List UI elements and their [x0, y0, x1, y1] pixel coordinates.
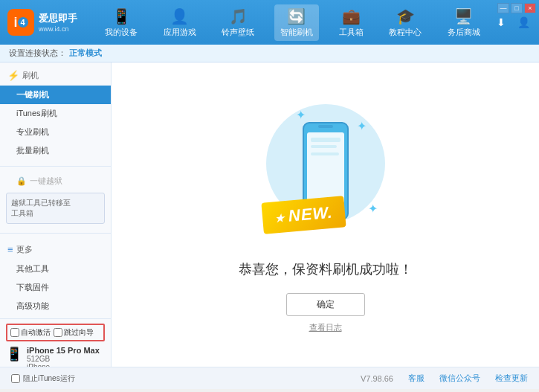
auto-activate-label[interactable]: 自动激活 [10, 327, 51, 338]
device-storage: 512GB [27, 355, 100, 363]
nav-ringtone[interactable]: 🎵 铃声壁纸 [216, 4, 260, 41]
close-button[interactable]: × [524, 3, 536, 13]
sidebar-jailbreak-label: 一键越狱 [30, 176, 62, 187]
download-button[interactable]: ⬇ [493, 14, 509, 30]
sidebar-item-batch[interactable]: 批量刷机 [0, 141, 111, 160]
flash-section-icon: ⚡ [7, 70, 19, 81]
nav-app-games-label: 应用游戏 [164, 27, 196, 38]
footer-wechat[interactable]: 微信公众号 [439, 373, 480, 384]
nav-my-device[interactable]: 📱 我的设备 [99, 4, 143, 41]
device-type: iPhone [27, 363, 100, 367]
phone-icon: 📱 [112, 7, 131, 25]
logo-name: 爱思即手 [39, 12, 77, 25]
guide-export-text: 跳过向导 [64, 327, 94, 338]
toolbox-icon: 💼 [342, 7, 361, 25]
store-icon: 🖥️ [454, 7, 473, 25]
success-text: 恭喜您，保资料刷机成功啦！ [239, 260, 413, 278]
main-layout: ⚡ 刷机 一键刷机 iTunes刷机 专业刷机 批量刷机 🔒 一键越狱 越狱工具… [0, 62, 539, 367]
new-badge: NEW. [261, 196, 346, 234]
sparkle-icon-2: ✦ [357, 119, 367, 133]
flash-icon: 🔄 [287, 7, 306, 25]
sidebar-notice-text: 越狱工具已转移至工具箱 [11, 199, 71, 217]
sidebar-item-other-tools[interactable]: 其他工具 [0, 260, 111, 278]
footer-customer-service[interactable]: 客服 [408, 373, 425, 384]
header: i4 爱思即手 www.i4.cn 📱 我的设备 👤 应用游戏 🎵 铃声壁纸 🔄… [0, 0, 539, 45]
minimize-button[interactable]: — [497, 3, 509, 13]
lock-icon: 🔒 [16, 176, 27, 186]
guide-export-label[interactable]: 跳过向导 [54, 327, 94, 338]
svg-rect-2 [318, 125, 333, 128]
sidebar-flash-header: ⚡ 刷机 [0, 65, 111, 86]
phone-container: ✦ ✦ ✦ NEW. [259, 97, 393, 245]
window-controls: — □ × [497, 3, 536, 13]
nav-store-label: 务后商城 [448, 27, 480, 38]
itunes-check: 阻止iTunes运行 [11, 373, 75, 384]
nav-app-games[interactable]: 👤 应用游戏 [158, 4, 202, 41]
nav-flash[interactable]: 🔄 智能刷机 [274, 4, 319, 41]
status-prefix: 设置连接状态： [9, 48, 66, 59]
more-section-icon: ≡ [7, 244, 13, 255]
device-name: iPhone 15 Pro Max [27, 346, 100, 355]
auto-activate-text: 自动激活 [21, 327, 51, 338]
sidebar-more-header: ≡ 更多 [0, 240, 111, 260]
footer-version: V7.98.66 [361, 374, 393, 383]
auto-controls: 自动激活 跳过向导 [6, 324, 105, 341]
nav-store[interactable]: 🖥️ 务后商城 [442, 4, 486, 41]
sidebar-item-onekey[interactable]: 一键刷机 [0, 86, 111, 104]
device-phone-icon: 📱 [6, 346, 22, 362]
sparkle-icon-3: ✦ [368, 202, 378, 216]
itunes-checkbox[interactable] [11, 374, 20, 383]
confirm-button[interactable]: 确定 [286, 293, 365, 316]
svg-rect-6 [311, 152, 339, 155]
user-button[interactable]: 👤 [515, 14, 532, 30]
itunes-label: 阻止iTunes运行 [23, 373, 75, 384]
footer: 阻止iTunes运行 V7.98.66 客服 微信公众号 检查更新 [0, 367, 539, 389]
nav-tools-label: 工具箱 [339, 27, 364, 38]
sidebar-disabled-jailbreak: 🔒 一键越狱 [0, 173, 111, 190]
sidebar-item-advanced[interactable]: 高级功能 [0, 297, 111, 315]
device-info: 📱 iPhone 15 Pro Max 512GB iPhone [6, 346, 105, 367]
nav-flash-label: 智能刷机 [280, 27, 313, 38]
svg-rect-1 [307, 132, 344, 203]
sidebar-item-itunes[interactable]: iTunes刷机 [0, 104, 111, 123]
sidebar-divider-2 [0, 233, 111, 234]
logo-text: 爱思即手 www.i4.cn [39, 12, 77, 33]
apps-icon: 👤 [170, 7, 189, 25]
sidebar-jailbreak-section: 🔒 一键越狱 越狱工具已转移至工具箱 [0, 170, 111, 230]
device-details: iPhone 15 Pro Max 512GB iPhone [27, 346, 100, 367]
header-right: ⬇ 👤 [493, 14, 532, 30]
auto-activate-checkbox[interactable] [10, 328, 19, 337]
music-icon: 🎵 [229, 7, 248, 25]
sidebar: ⚡ 刷机 一键刷机 iTunes刷机 专业刷机 批量刷机 🔒 一键越狱 越狱工具… [0, 62, 112, 367]
logo: i4 爱思即手 www.i4.cn [7, 9, 77, 36]
nav-tutorial-label: 教程中心 [389, 27, 422, 38]
footer-check-update[interactable]: 检查更新 [495, 373, 528, 384]
logo-sub: www.i4.cn [39, 25, 77, 33]
nav-items: 📱 我的设备 👤 应用游戏 🎵 铃声壁纸 🔄 智能刷机 💼 工具箱 🎓 教程中心… [92, 4, 493, 41]
sidebar-divider-1 [0, 166, 111, 167]
logo-icon: i4 [7, 9, 34, 36]
sidebar-item-pro[interactable]: 专业刷机 [0, 123, 111, 141]
sidebar-item-download-firmware[interactable]: 下载固件 [0, 278, 111, 297]
tutorial-icon: 🎓 [396, 7, 415, 25]
sidebar-notice: 越狱工具已转移至工具箱 [6, 193, 105, 224]
log-link[interactable]: 查看日志 [309, 322, 342, 333]
status-bar: 设置连接状态： 正常模式 [0, 45, 539, 62]
nav-my-device-label: 我的设备 [105, 27, 138, 38]
maximize-button[interactable]: □ [511, 3, 523, 13]
device-panel: 自动激活 跳过向导 📱 iPhone 15 Pro Max 512GB iPho… [0, 318, 111, 367]
guide-export-checkbox[interactable] [54, 328, 62, 337]
sidebar-more-label: 更多 [16, 244, 33, 255]
nav-tutorial[interactable]: 🎓 教程中心 [383, 4, 427, 41]
status-mode: 正常模式 [69, 48, 102, 59]
sidebar-flash-section: ⚡ 刷机 一键刷机 iTunes刷机 专业刷机 批量刷机 [0, 62, 111, 163]
svg-rect-5 [311, 145, 337, 148]
svg-rect-4 [311, 138, 340, 142]
nav-tools[interactable]: 💼 工具箱 [333, 4, 369, 41]
nav-ringtone-label: 铃声壁纸 [222, 27, 254, 38]
sidebar-more-section: ≡ 更多 其他工具 下载固件 高级功能 [0, 237, 111, 318]
success-illustration: ✦ ✦ ✦ NEW. [259, 97, 393, 245]
sidebar-flash-label: 刷机 [22, 70, 39, 81]
content-area: ✦ ✦ ✦ NEW. 恭喜您，保资料刷机成功啦！ 确定 [112, 62, 539, 367]
